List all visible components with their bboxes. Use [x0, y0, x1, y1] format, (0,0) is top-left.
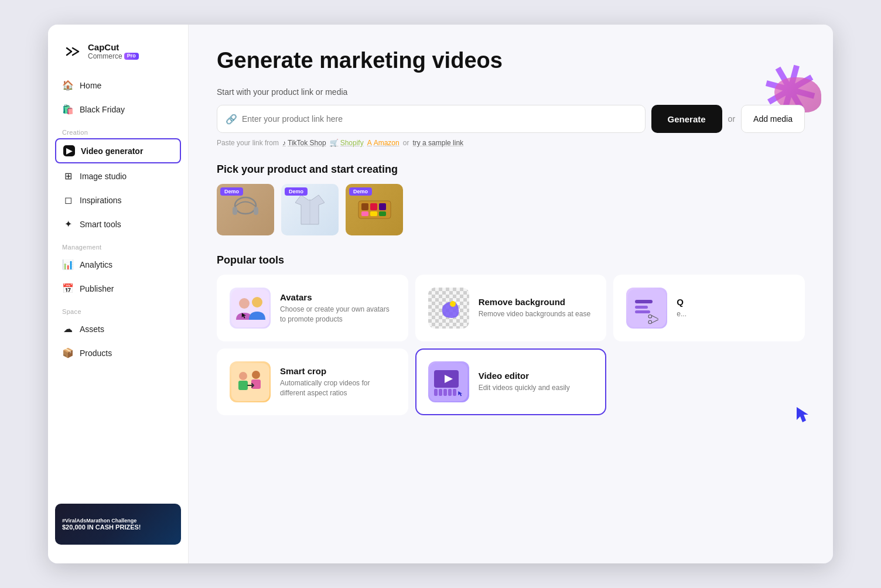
svg-rect-10	[370, 211, 377, 216]
avatars-tool-desc: Choose or create your own avatars to pro…	[280, 305, 395, 324]
tiktok-shop-link[interactable]: ♪ TikTok Shop	[282, 139, 326, 147]
assets-icon: ☁	[62, 323, 74, 334]
svg-rect-9	[361, 211, 368, 216]
sidebar-item-publisher-label: Publisher	[80, 284, 114, 293]
svg-rect-33	[439, 389, 442, 396]
home-icon: 🏠	[62, 80, 74, 91]
demo-badge-makeup: Demo	[349, 187, 372, 196]
q-tool-title: Q	[677, 297, 792, 307]
sidebar-item-analytics[interactable]: 📊 Analytics	[55, 253, 181, 276]
svg-point-13	[239, 298, 250, 309]
sidebar-item-image-studio[interactable]: ⊞ Image studio	[55, 165, 181, 187]
promo-banner[interactable]: #ViralAdsMarathon Challenge $20,000 IN C…	[55, 504, 181, 545]
svg-point-15	[450, 301, 456, 307]
svg-rect-34	[443, 389, 447, 396]
product-link-row: 🔗 Generate or Add media	[217, 105, 805, 133]
svg-rect-19	[635, 310, 650, 313]
product-card-makeup[interactable]: Demo	[346, 184, 403, 235]
page-title: Generate marketing videos	[217, 48, 805, 73]
product-link-input[interactable]	[242, 114, 637, 124]
svg-point-25	[239, 372, 247, 380]
app-window: CapCut Commerce Pro 🏠 Home 🛍️ Black Frid…	[48, 25, 833, 563]
promo-banner-bg: #ViralAdsMarathon Challenge $20,000 IN C…	[55, 504, 181, 545]
paste-hint-text: Paste your link from	[217, 139, 279, 147]
svg-rect-3	[254, 207, 258, 215]
svg-rect-6	[361, 203, 368, 210]
smart-tools-icon: ✦	[62, 218, 74, 230]
tool-card-smart-crop[interactable]: Smart crop Automatically crop videos for…	[217, 348, 408, 415]
tools-grid: Avatars Choose or create your own avatar…	[217, 275, 805, 415]
paste-hint: Paste your link from ♪ TikTok Shop 🛒 Sho…	[217, 139, 805, 147]
or-text2: or	[403, 139, 409, 147]
remove-bg-tool-desc: Remove video backgrounds at ease	[479, 309, 594, 319]
video-editor-icon-wrap	[428, 361, 469, 402]
logo-capcut: CapCut	[88, 43, 139, 53]
tool-card-q[interactable]: Q e...	[613, 275, 805, 341]
svg-rect-24	[231, 363, 269, 401]
management-section-label: Management	[55, 237, 181, 253]
video-generator-icon: ▶	[63, 145, 75, 156]
tool-card-avatars[interactable]: Avatars Choose or create your own avatar…	[217, 275, 408, 341]
amazon-icon: A	[367, 139, 372, 147]
main-content: ✳ Generate marketing videos Start with y…	[189, 25, 833, 563]
sample-link[interactable]: try a sample link	[412, 139, 463, 147]
sidebar-navigation: 🏠 Home 🛍️ Black Friday Creation ▶ Video …	[48, 74, 188, 497]
generate-button[interactable]: Generate	[651, 105, 722, 133]
sidebar-item-publisher[interactable]: 📅 Publisher	[55, 277, 181, 300]
publisher-icon: 📅	[62, 283, 74, 294]
input-section-subtitle: Start with your product link or media	[217, 87, 805, 97]
video-editor-tool-info: Video editor Edit videos quickly and eas…	[479, 371, 594, 393]
or-label: or	[728, 114, 735, 124]
remove-bg-tool-info: Remove background Remove video backgroun…	[479, 297, 594, 319]
video-editor-tool-title: Video editor	[479, 371, 594, 381]
sidebar-item-smart-tools-label: Smart tools	[80, 220, 121, 229]
add-media-button[interactable]: Add media	[741, 105, 805, 133]
q-tool-info: Q e...	[677, 297, 792, 319]
shopify-icon: 🛒	[330, 139, 339, 147]
tool-card-video-editor[interactable]: Video editor Edit videos quickly and eas…	[415, 348, 607, 415]
shopify-link[interactable]: 🛒 Shopify	[330, 139, 364, 147]
space-section-label: Space	[55, 301, 181, 317]
sidebar-item-video-generator[interactable]: ▶ Video generator	[55, 138, 181, 163]
svg-rect-17	[635, 300, 653, 303]
pick-section-title: Pick your product and start creating	[217, 163, 805, 176]
sidebar-item-smart-tools[interactable]: ✦ Smart tools	[55, 213, 181, 235]
sidebar-item-products[interactable]: 📦 Products	[55, 341, 181, 364]
product-card-shirt[interactable]: Demo	[281, 184, 339, 235]
sidebar-item-products-label: Products	[80, 348, 112, 358]
image-studio-icon: ⊞	[62, 170, 74, 182]
product-card-headphones[interactable]: Demo	[217, 184, 274, 235]
remove-bg-tool-title: Remove background	[479, 297, 594, 307]
svg-point-27	[252, 371, 260, 379]
smart-crop-icon-wrap	[230, 361, 271, 402]
url-input-wrapper[interactable]: 🔗	[217, 105, 646, 133]
q-tool-icon-wrap	[626, 288, 667, 329]
svg-rect-26	[238, 381, 248, 390]
promo-title: $20,000 IN CASH PRIZES!	[62, 524, 174, 531]
svg-point-1	[235, 197, 256, 214]
tiktok-icon: ♪	[282, 139, 286, 147]
svg-rect-35	[448, 389, 452, 396]
amazon-link[interactable]: A Amazon	[367, 139, 399, 147]
smart-crop-tool-title: Smart crop	[280, 366, 395, 376]
sidebar-item-home[interactable]: 🏠 Home	[55, 74, 181, 97]
sidebar-item-image-studio-label: Image studio	[80, 172, 127, 181]
black-friday-icon: 🛍️	[62, 104, 74, 115]
svg-rect-0	[62, 41, 83, 62]
product-demos: Demo Demo	[217, 184, 805, 235]
tiktok-shop-label: TikTok Shop	[288, 139, 326, 147]
sidebar-item-black-friday[interactable]: 🛍️ Black Friday	[55, 98, 181, 121]
avatars-tool-title: Avatars	[280, 292, 395, 302]
tool-card-remove-bg[interactable]: Remove background Remove video backgroun…	[415, 275, 607, 341]
pro-badge: Pro	[124, 53, 139, 60]
sidebar-item-inspirations[interactable]: ◻ Inspirations	[55, 189, 181, 211]
sidebar-item-black-friday-label: Black Friday	[80, 105, 125, 114]
svg-rect-32	[434, 389, 438, 396]
sidebar-item-video-generator-label: Video generator	[81, 146, 143, 156]
sidebar-item-assets[interactable]: ☁ Assets	[55, 317, 181, 340]
logo-text: CapCut Commerce Pro	[88, 43, 139, 60]
sidebar-item-inspirations-label: Inspirations	[80, 196, 122, 205]
link-icon: 🔗	[226, 114, 237, 125]
sidebar: CapCut Commerce Pro 🏠 Home 🛍️ Black Frid…	[48, 25, 189, 563]
shopify-label: Shopify	[340, 139, 364, 147]
